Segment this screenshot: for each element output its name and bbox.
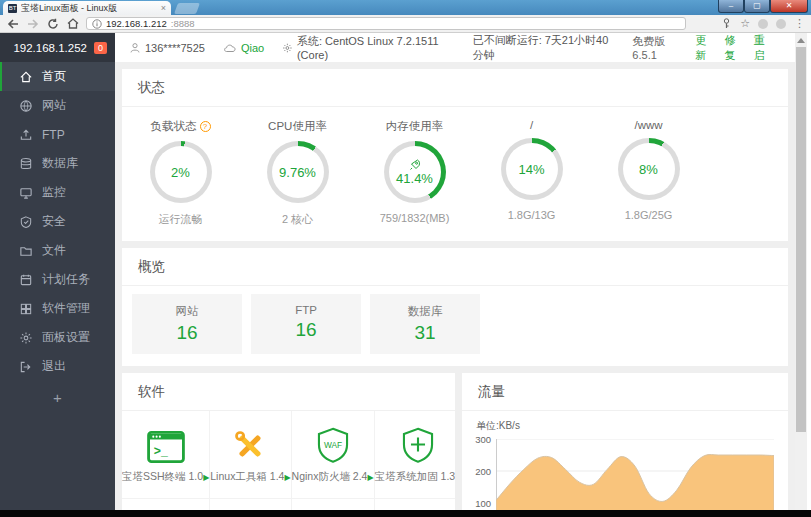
software-item-system-hardening[interactable]: 宝塔系统加固 1.3▶ [375, 411, 455, 499]
sidebar-item-files[interactable]: 文件 [0, 236, 115, 265]
tab-close-icon[interactable]: × [161, 3, 166, 13]
shield-check-icon [19, 215, 33, 229]
page-scrollbar[interactable] [795, 33, 807, 510]
gauge-disk-www: /www 8% 1.8G/25G [590, 119, 707, 227]
svg-text:WAF: WAF [323, 440, 341, 450]
restart-link[interactable]: 重启 [754, 33, 773, 63]
sidebar-item-logout[interactable]: 退出 [0, 352, 115, 381]
version-text: 免费版 6.5.1 [632, 34, 685, 61]
url-bar[interactable]: 192.168.1.212:8888 [86, 17, 686, 30]
sidebar-item-database[interactable]: 数据库 [0, 149, 115, 178]
cloud-chat-icon [223, 42, 237, 53]
back-icon[interactable] [6, 17, 19, 30]
software-item-empty [292, 499, 375, 510]
sidebar-item-cron[interactable]: 计划任务 [0, 265, 115, 294]
gauge-value: 41.4% [396, 171, 433, 186]
account-phone[interactable]: 136****7525 [129, 42, 205, 54]
traffic-chart: 单位:KB/s 100200300 [462, 411, 788, 510]
card-value: 16 [251, 319, 361, 341]
refresh-icon[interactable] [46, 17, 59, 30]
help-icon[interactable]: ? [200, 121, 211, 132]
minimize-button[interactable]: – [718, 0, 744, 13]
terminal-icon: >_ [147, 411, 185, 463]
menu-dots-icon[interactable]: ⋮ [794, 18, 805, 29]
gauge-ring: 41.4% [384, 141, 446, 203]
tab-title: 宝塔Linux面板 - Linux版 [21, 2, 157, 15]
gauge-value: 2% [171, 165, 190, 180]
forward-icon[interactable] [26, 17, 39, 30]
gauge-ring: 14% [501, 138, 563, 200]
repair-link[interactable]: 修复 [725, 33, 744, 63]
maximize-button[interactable]: ▢ [744, 0, 770, 13]
sidebar-item-software[interactable]: 软件管理 [0, 294, 115, 323]
gauge-label: /www [634, 119, 662, 131]
info-icon[interactable] [92, 19, 102, 29]
overview-panel: 概览 网站 16 FTP 16 数据库 31 [122, 248, 788, 366]
sidebar-item-monitor[interactable]: 监控 [0, 178, 115, 207]
sidebar-expand-button[interactable]: + [0, 381, 115, 406]
status-title: 状态 [122, 69, 788, 107]
software-title: 软件 [122, 373, 455, 411]
key-icon[interactable] [721, 18, 732, 29]
sidebar: 首页 网站 FTP 数据库 监控 安全 文件 计划任务 软件管理 面板设置 [0, 62, 115, 510]
overview-card-ftp[interactable]: FTP 16 [251, 294, 361, 354]
url-port: :8888 [171, 18, 195, 29]
gauge-sub: 1.8G/13G [473, 209, 590, 221]
sidebar-item-home[interactable]: 首页 [0, 62, 115, 91]
sidebar-item-ftp[interactable]: FTP [0, 120, 115, 149]
gauge-sub: 2 核心 [239, 212, 356, 227]
browser-tab[interactable]: BT 宝塔Linux面板 - Linux版 × [3, 1, 171, 15]
more-arrow-icon: ▶ [284, 473, 290, 482]
home-icon [19, 70, 33, 84]
url-host: 192.168.1.212 [106, 18, 167, 29]
user-icon [129, 42, 141, 54]
server-icon [234, 499, 266, 510]
waf-shield-icon: WAF [315, 411, 351, 463]
software-item-nginx-waf[interactable]: WAF Nginx防火墙 2.4▶ [292, 411, 375, 499]
scrollbar-thumb[interactable] [796, 47, 806, 432]
sidebar-item-website[interactable]: 网站 [0, 91, 115, 120]
gauge-ring: 2% [150, 141, 212, 203]
calendar-icon [19, 273, 33, 287]
browser-window: BT 宝塔Linux面板 - Linux版 × – ▢ ✕ 192.168.1.… [0, 0, 811, 517]
new-tab-button[interactable] [174, 3, 200, 14]
sidebar-item-settings[interactable]: 面板设置 [0, 323, 115, 352]
compass-icon [149, 499, 183, 510]
software-item-partial[interactable] [122, 499, 210, 510]
main-content: 状态 负载状态? 2% 运行流畅 CPU使用率 9.76% 2 核心 内存使用率… [115, 62, 795, 510]
folder-icon [19, 244, 33, 258]
software-item-partial[interactable] [210, 499, 291, 510]
gauge-label: 内存使用率 [386, 119, 444, 134]
more-arrow-icon: ▶ [203, 473, 209, 482]
system-info: 系统: CentOS Linux 7.2.1511 (Core) [282, 34, 454, 61]
extension-icon[interactable] [776, 19, 786, 29]
software-item-linux-toolbox[interactable]: Linux工具箱 1.4▶ [210, 411, 291, 499]
update-link[interactable]: 更新 [695, 33, 714, 63]
overview-card-sites[interactable]: 网站 16 [132, 294, 242, 354]
gauge-cpu: CPU使用率 9.76% 2 核心 [239, 119, 356, 227]
card-value: 31 [370, 322, 480, 344]
overview-card-database[interactable]: 数据库 31 [370, 294, 480, 354]
software-item-ssh-terminal[interactable]: >_ 宝塔SSH终端 1.0▶ [122, 411, 210, 499]
gauge-label: / [530, 119, 533, 131]
card-label: FTP [251, 304, 361, 316]
y-tick-label: 300 [475, 434, 491, 445]
gear-icon [19, 331, 33, 345]
overview-title: 概览 [122, 248, 788, 286]
message-badge[interactable]: 0 [94, 42, 107, 54]
extension-icon[interactable] [758, 19, 768, 29]
sidebar-item-security[interactable]: 安全 [0, 207, 115, 236]
account-name[interactable]: Qiao [223, 42, 264, 54]
scrollbar-up-icon[interactable] [797, 38, 805, 43]
bookmark-star-icon[interactable]: ☆ [740, 18, 750, 29]
close-button[interactable]: ✕ [770, 0, 808, 13]
chart-series-upstream [496, 455, 774, 510]
chart-unit-label: 单位:KB/s [476, 419, 778, 433]
gauge-memory: 内存使用率 41.4% 759/1832(MB) [356, 119, 473, 227]
gear-icon [282, 42, 293, 54]
rocket-icon[interactable] [409, 159, 421, 171]
grid-icon [19, 302, 33, 316]
gauge-load: 负载状态? 2% 运行流畅 [122, 119, 239, 227]
monitor-icon [19, 186, 33, 200]
home-nav-icon[interactable] [66, 17, 79, 30]
